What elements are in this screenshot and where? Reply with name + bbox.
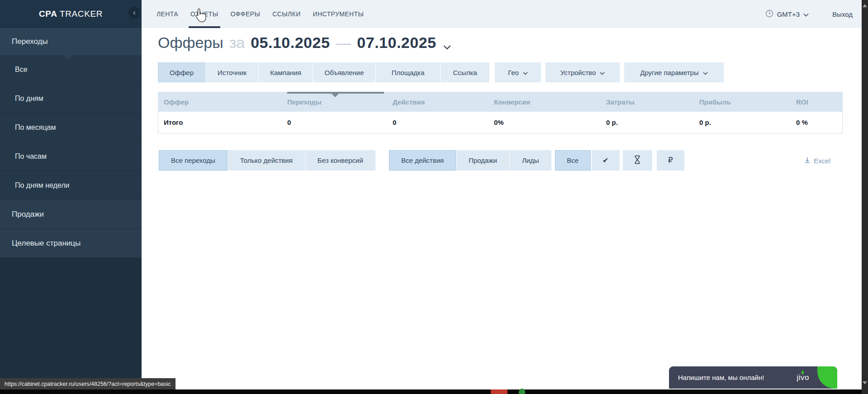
nav-item-label: ССЫЛКИ	[272, 10, 300, 18]
tab-kampaniya[interactable]: Кампания	[259, 62, 313, 82]
sidebar-item-vse[interactable]: Все	[0, 55, 142, 84]
filter-vse-perekhody[interactable]: Все переходы	[159, 150, 228, 171]
col-header-pribyl[interactable]: Прибыль	[693, 98, 790, 106]
filter-status-vse[interactable]: Все	[555, 150, 591, 171]
sidebar-item-po-chasam[interactable]: По часам	[0, 142, 142, 171]
total-label: Итого	[158, 119, 282, 126]
sidebar-item-po-mesyacam[interactable]: По месяцам	[0, 113, 142, 142]
sidebar-item-perekhody[interactable]: Переходы	[0, 28, 142, 55]
filter-status-approved[interactable]: ✔	[592, 150, 620, 171]
sidebar-item-label: Продажи	[12, 210, 44, 219]
tab-ssylka[interactable]: Ссылка	[441, 62, 489, 82]
timezone-selector[interactable]: GMT+3	[765, 9, 809, 19]
col-header-offer[interactable]: Оффер	[158, 98, 281, 106]
filter-status-pending[interactable]	[623, 150, 652, 171]
filter-vse-deystviya[interactable]: Все действия	[389, 150, 456, 171]
tab-offer[interactable]: Оффер	[158, 62, 206, 82]
check-icon: ✔	[602, 156, 608, 165]
tab-label: Площадка	[392, 69, 425, 76]
scrollbar-up-arrow-icon[interactable]	[863, 2, 867, 7]
tab-obyavlenie[interactable]: Объявление	[313, 62, 376, 82]
filter-label: Все переходы	[171, 157, 215, 164]
col-header-zatraty[interactable]: Затраты	[600, 98, 693, 106]
sidebar-item-celevye-stranicy[interactable]: Целевые страницы	[0, 229, 142, 258]
filter-currency-rub[interactable]: ₽	[657, 150, 684, 171]
dropdown-ustroystvo[interactable]: Устройство	[545, 62, 620, 82]
main-nav: ЛЕНТА ОТЧЕТЫ ОФФЕРЫ ССЫЛКИ ИНСТРУМЕНТЫ	[142, 0, 364, 28]
export-label: Excel	[814, 157, 830, 165]
sidebar-item-po-dnyam-nedeli[interactable]: По дням недели	[0, 171, 142, 200]
sidebar-item-label: По дням недели	[15, 181, 69, 190]
page-title: Офферы за 05.10.2025 — 07.10.2025	[158, 31, 451, 54]
sidebar-submenu: Все По дням По месяцам По часам По дням …	[0, 55, 142, 200]
nav-item-label: ИНСТРУМЕНТЫ	[313, 10, 364, 18]
topbar-right: GMT+3 Выход	[765, 9, 862, 19]
sidebar-header: CPA TRACKER ‹	[0, 0, 142, 28]
nav-item-otchety[interactable]: ОТЧЕТЫ	[190, 0, 218, 28]
filter-label: Все	[567, 157, 579, 164]
nav-item-label: ОФФЕРЫ	[231, 10, 261, 18]
dimension-tabs: Оффер Источник Кампания Объявление Площа…	[158, 62, 489, 82]
col-header-roi[interactable]: ROI	[790, 98, 843, 106]
sidebar-item-label: Целевые страницы	[12, 239, 81, 248]
sidebar-item-label: По часам	[15, 152, 47, 161]
table-header-row: Оффер Переходы Действия Конверсия Затрат…	[158, 92, 843, 112]
browser-scrollbar[interactable]	[862, 0, 868, 394]
filter-label: Продажи	[469, 157, 497, 164]
submenu-pointer	[63, 55, 72, 59]
title-preposition: за	[229, 34, 245, 52]
chevron-down-icon	[703, 69, 708, 76]
nav-item-instrumenty[interactable]: ИНСТРУМЕНТЫ	[313, 0, 364, 28]
chat-widget[interactable]: Напишите нам, мы онлайн! jivo	[669, 366, 837, 389]
nav-item-label: ЛЕНТА	[157, 10, 178, 18]
sidebar-collapse-button[interactable]: ‹	[128, 7, 140, 19]
tab-label: Ссылка	[453, 69, 477, 76]
filter-prodazhi[interactable]: Продажи	[456, 150, 510, 171]
dropdown-geo[interactable]: Гео	[495, 62, 541, 82]
total-pribyl: 0 р.	[694, 119, 791, 126]
tab-label: Оффер	[170, 69, 194, 76]
tab-label: Источник	[218, 69, 247, 76]
total-zatraty: 0 р.	[601, 119, 694, 126]
tab-label: Кампания	[270, 69, 301, 76]
taskbar-green-fragment	[519, 389, 525, 394]
date-to[interactable]: 07.10.2025	[357, 34, 436, 52]
date-from[interactable]: 05.10.2025	[251, 34, 330, 52]
status-url: https://cabinet.cpatracker.ru/users/4825…	[5, 381, 171, 387]
sort-indicator	[287, 92, 384, 94]
top-navigation-bar: ЛЕНТА ОТЧЕТЫ ОФФЕРЫ ССЫЛКИ ИНСТРУМЕНТЫ G…	[142, 0, 862, 28]
nav-item-offery[interactable]: ОФФЕРЫ	[231, 0, 261, 28]
col-header-konversiya[interactable]: Конверсия	[488, 98, 600, 106]
dropdown-label: Устройство	[560, 69, 596, 76]
filter-lidy[interactable]: Лиды	[510, 150, 551, 171]
sidebar-item-po-dnyam[interactable]: По дням	[0, 84, 142, 113]
ruble-icon: ₽	[668, 156, 673, 165]
col-header-perekhody[interactable]: Переходы	[281, 98, 387, 106]
nav-item-lenta[interactable]: ЛЕНТА	[157, 0, 178, 28]
sidebar-item-prodazhi[interactable]: Продажи	[0, 200, 142, 229]
tab-label: Объявление	[325, 69, 364, 76]
download-icon	[804, 157, 811, 165]
col-header-deystviya[interactable]: Действия	[387, 98, 488, 106]
export-excel-link[interactable]: Excel	[804, 157, 830, 165]
logo-light: TRACKER	[57, 9, 103, 19]
logout-link[interactable]: Выход	[832, 10, 853, 18]
filter-label: Лиды	[522, 157, 539, 164]
filter-label: Без конверсий	[318, 157, 363, 164]
sidebar: CPA TRACKER ‹ Переходы Все По дням По ме…	[0, 0, 142, 394]
date-range-chevron-down-icon[interactable]	[443, 36, 451, 53]
report-table: Оффер Переходы Действия Конверсия Затрат…	[158, 92, 843, 133]
chevron-left-icon: ‹	[133, 9, 135, 16]
hourglass-icon	[634, 155, 641, 166]
filter-bez-konversiy[interactable]: Без конверсий	[305, 150, 375, 171]
filter-tolko-deystviya[interactable]: Только действия	[228, 150, 305, 171]
scrollbar-down-arrow-icon[interactable]	[863, 381, 867, 387]
dropdown-drugie-parametry[interactable]: Другие параметры	[624, 62, 724, 82]
nav-item-label: ОТЧЕТЫ	[190, 10, 218, 18]
tab-istochnik[interactable]: Источник	[206, 62, 259, 82]
total-perekhody: 0	[282, 119, 387, 126]
total-deystviya: 0	[387, 119, 489, 126]
total-roi: 0 %	[791, 119, 843, 126]
nav-item-ssylki[interactable]: ССЫЛКИ	[272, 0, 300, 28]
tab-ploshchadka[interactable]: Площадка	[376, 62, 441, 82]
